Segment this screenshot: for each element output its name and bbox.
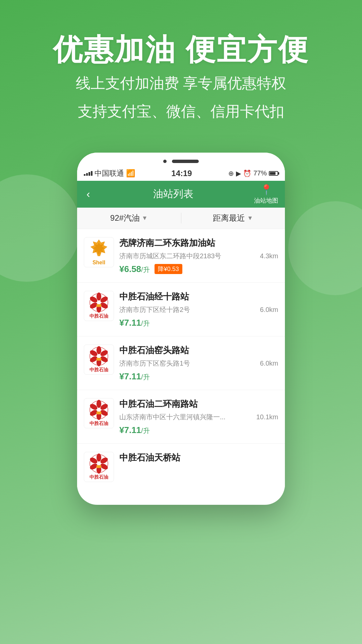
filter-bar: 92#汽油 ▼ 距离最近 ▼ [77, 208, 285, 229]
price-row: ¥7.11/升 [119, 318, 278, 328]
price-row: ¥6.58/升降¥0.53 [119, 264, 278, 274]
discount-badge: 降¥0.53 [155, 264, 182, 274]
station-name: 中胜石油天桥站 [119, 452, 278, 464]
svg-point-10 [97, 346, 101, 354]
svg-point-8 [97, 301, 101, 304]
phone-frame: 中国联通 📶 14:19 ⊕ ▶ ⏰ 77% ‹ 油站列表 📍 油站地图 [77, 153, 285, 505]
svg-point-26 [97, 408, 101, 412]
battery-fill [270, 172, 276, 175]
hero-subtitle1: 线上支付加油费 享专属优惠特权 [0, 72, 362, 94]
signal-bar-1 [84, 174, 85, 176]
station-info: 中胜石油天桥站 [119, 452, 278, 466]
station-addr-row: 济南市历城区东二环路中段2183号4.3km [119, 252, 278, 261]
station-price: ¥7.11/升 [119, 318, 150, 328]
station-distance: 6.0km [260, 360, 278, 367]
map-button[interactable]: 📍 油站地图 [254, 184, 278, 205]
station-info: 中胜石油窑头路站济南市历下区窑头路1号6.0km¥7.11/升 [119, 344, 278, 382]
svg-point-35 [97, 462, 101, 465]
location-icon: ⊕ [228, 169, 234, 177]
station-distance: 10.1km [256, 413, 278, 421]
battery-icon [269, 171, 278, 176]
svg-point-28 [97, 453, 101, 462]
station-logo: Shell [84, 237, 114, 267]
station-address: 济南市历城区东二环路中段2183号 [119, 252, 257, 261]
svg-rect-16 [97, 358, 101, 361]
station-item[interactable]: 中胜石油中胜石油二环南路站山东济南市中区十六里河镇兴隆一...10.1km¥7.… [77, 390, 285, 444]
phone-speaker [172, 160, 199, 163]
station-info: 中胜石油经十路站济南市历下区经十路2号6.0km¥7.11/升 [119, 291, 278, 328]
station-name: 中胜石油经十路站 [119, 291, 278, 303]
svg-point-19 [97, 400, 101, 408]
carrier-text: 中国联通 [95, 168, 124, 178]
hero-section: 优惠加油 便宜方便 线上支付加油费 享专属优惠特权 支持支付宝、微信、信用卡代扣 [0, 0, 362, 143]
back-button[interactable]: ‹ [84, 185, 93, 203]
sort-filter[interactable]: 距离最近 ▼ [181, 213, 285, 223]
svg-point-1 [97, 292, 101, 301]
station-addr-row: 山东济南市中区十六里河镇兴隆一...10.1km [119, 413, 278, 422]
station-price: ¥6.58/升 [119, 264, 150, 274]
arrow-icon: ▶ [236, 169, 241, 177]
map-button-label: 油站地图 [254, 197, 278, 205]
station-item[interactable]: Shell壳牌济南二环东路加油站济南市历城区东二环路中段2183号4.3km¥6… [77, 229, 285, 283]
signal-bars [84, 171, 93, 176]
hero-subtitle2: 支持支付宝、微信、信用卡代扣 [0, 100, 362, 122]
station-distance: 4.3km [260, 252, 278, 260]
station-item[interactable]: 中胜石油中胜石油天桥站 [77, 444, 285, 487]
nav-bar: ‹ 油站列表 📍 油站地图 [77, 181, 285, 208]
station-logo: 中胜石油 [84, 344, 114, 375]
price-row: ¥7.11/升 [119, 371, 278, 382]
station-item[interactable]: 中胜石油中胜石油经十路站济南市历下区经十路2号6.0km¥7.11/升 [77, 283, 285, 336]
sort-label: 距离最近 [213, 213, 245, 223]
status-right: ⊕ ▶ ⏰ 77% [228, 169, 278, 177]
station-logo: 中胜石油 [84, 291, 114, 321]
svg-rect-7 [97, 304, 101, 307]
station-addr-row: 济南市历下区窑头路1号6.0km [119, 359, 278, 368]
station-name: 壳牌济南二环东路加油站 [119, 237, 278, 249]
fuel-type-arrow: ▼ [142, 215, 148, 222]
svg-rect-34 [97, 465, 101, 468]
station-info: 壳牌济南二环东路加油站济南市历城区东二环路中段2183号4.3km¥6.58/升… [119, 237, 278, 274]
station-address: 山东济南市中区十六里河镇兴隆一... [119, 413, 253, 422]
station-price: ¥7.11/升 [119, 425, 150, 435]
battery-text: 77% [253, 169, 267, 177]
map-icon: 📍 [260, 184, 273, 196]
signal-bar-2 [86, 173, 88, 176]
station-logo: 中胜石油 [84, 452, 114, 482]
station-address: 济南市历下区窑头路1号 [119, 359, 257, 368]
station-name: 中胜石油二环南路站 [119, 398, 278, 410]
station-info: 中胜石油二环南路站山东济南市中区十六里河镇兴隆一...10.1km¥7.11/升 [119, 398, 278, 435]
svg-rect-25 [97, 412, 101, 414]
phone-dot [163, 160, 167, 163]
station-distance: 6.0km [260, 306, 278, 314]
status-bar: 中国联通 📶 14:19 ⊕ ▶ ⏰ 77% [77, 166, 285, 181]
signal-bar-3 [88, 172, 90, 176]
status-left: 中国联通 📶 [84, 168, 135, 178]
alarm-icon: ⏰ [243, 169, 251, 177]
price-row: ¥7.11/升 [119, 425, 278, 435]
status-time: 14:19 [171, 169, 192, 178]
hero-title: 优惠加油 便宜方便 [0, 34, 362, 66]
station-price: ¥7.11/升 [119, 371, 150, 382]
fuel-type-filter[interactable]: 92#汽油 ▼ [77, 213, 181, 223]
station-name: 中胜石油窑头路站 [119, 344, 278, 356]
svg-point-17 [97, 355, 101, 358]
phone-notch [77, 153, 285, 166]
station-item[interactable]: 中胜石油中胜石油窑头路站济南市历下区窑头路1号6.0km¥7.11/升 [77, 336, 285, 390]
station-logo: 中胜石油 [84, 398, 114, 428]
station-addr-row: 济南市历下区经十路2号6.0km [119, 305, 278, 314]
nav-title: 油站列表 [153, 187, 193, 201]
fuel-type-label: 92#汽油 [110, 213, 140, 223]
sort-arrow: ▼ [247, 215, 253, 222]
station-list: Shell壳牌济南二环东路加油站济南市历城区东二环路中段2183号4.3km¥6… [77, 229, 285, 487]
signal-bar-4 [91, 171, 93, 176]
wifi-icon: 📶 [126, 169, 135, 178]
station-address: 济南市历下区经十路2号 [119, 305, 257, 314]
